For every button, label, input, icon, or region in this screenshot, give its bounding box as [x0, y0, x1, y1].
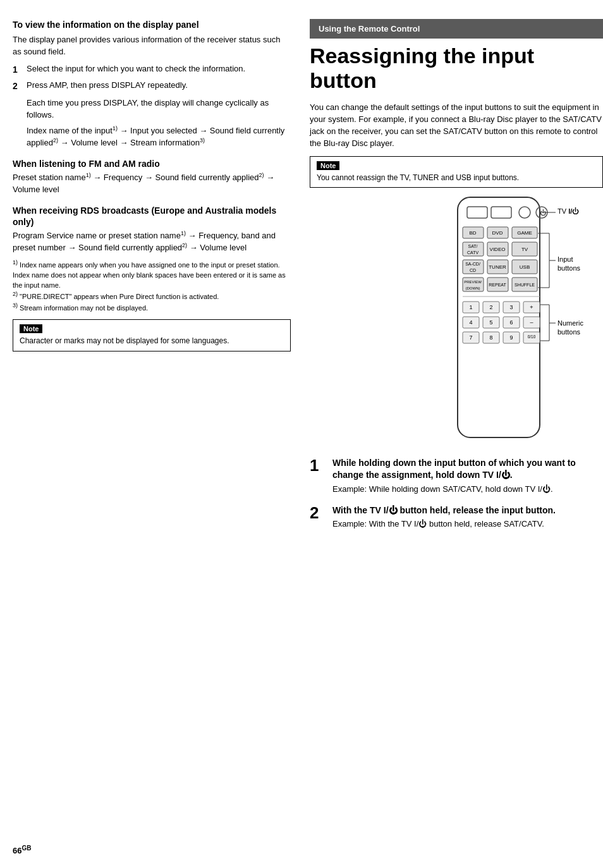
right-note-label: Note — [317, 161, 339, 170]
left-note-text: Character or marks may not be displayed … — [20, 336, 284, 346]
remote-svg: ⏻ BD DVD GAME SAT/ CATV VIDEO — [451, 194, 565, 447]
remote-wrapper: ⏻ BD DVD GAME SAT/ CATV VIDEO — [451, 194, 603, 447]
svg-text:DVD: DVD — [492, 230, 503, 236]
svg-text:–: – — [530, 319, 533, 326]
footnote-1: 1) Index name appears only when you have… — [13, 260, 291, 291]
svg-text:5: 5 — [489, 319, 492, 326]
left-main-heading: To view the information on the display p… — [13, 19, 291, 30]
footnotes: 1) Index name appears only when you have… — [13, 260, 291, 314]
svg-text:(DOWN): (DOWN) — [466, 286, 480, 290]
footnote-2: 2) "PURE.DIRECT" appears when Pure Direc… — [13, 292, 291, 302]
svg-text:TV: TV — [521, 247, 528, 252]
left-step-1: 1 Select the input for which you want to… — [13, 63, 291, 76]
left-step-2: 2 Press AMP, then press DISPLAY repeated… — [13, 80, 291, 92]
numeric-buttons-label: Numericbuttons — [557, 319, 583, 337]
svg-text:TUNER: TUNER — [489, 264, 506, 270]
page-number: 66GB — [13, 846, 31, 855]
right-step-2-num: 2 — [310, 504, 326, 521]
rds-text: Program Service name or preset station n… — [13, 230, 291, 254]
left-intro: The display panel provides various infor… — [13, 34, 291, 58]
svg-text:SAT/: SAT/ — [468, 244, 477, 248]
remote-illustration: ⏻ BD DVD GAME SAT/ CATV VIDEO — [310, 194, 603, 447]
svg-text:GAME: GAME — [517, 230, 532, 236]
svg-text:USB: USB — [520, 264, 530, 270]
svg-text:9: 9 — [509, 334, 513, 341]
svg-text:SHUFFLE: SHUFFLE — [515, 283, 535, 287]
svg-text:7: 7 — [469, 334, 472, 341]
main-title: Reassigning the input button — [310, 44, 603, 93]
svg-text:1: 1 — [469, 304, 472, 310]
svg-text:2: 2 — [489, 304, 492, 310]
tv-power-label: TV I/⏻ — [557, 207, 579, 216]
right-step-2-bold: With the TV I/⏻ button held, release the… — [332, 504, 603, 517]
svg-text:+: + — [530, 304, 533, 310]
svg-text:BD: BD — [469, 230, 476, 236]
left-note-box: Note Character or marks may not be displ… — [13, 319, 291, 351]
svg-text:SA-CD/: SA-CD/ — [465, 262, 480, 266]
svg-text:CD: CD — [470, 268, 476, 272]
right-step-1-bold: While holding down the input button of w… — [332, 457, 603, 481]
step-2-text: Press AMP, then press DISPLAY repeatedly… — [27, 80, 188, 92]
left-note-label: Note — [20, 324, 42, 333]
right-step-2-example: Example: With the TV I/⏻ button held, re… — [332, 518, 603, 530]
step-number-1: 1 — [13, 63, 23, 76]
svg-text:CATV: CATV — [467, 250, 478, 255]
right-step-1-content: While holding down the input button of w… — [332, 457, 603, 496]
right-step-2: 2 With the TV I/⏻ button held, release t… — [310, 504, 603, 531]
right-note-box: Note You cannot reassign the TV, TUNER a… — [310, 156, 603, 188]
svg-text:REPEAT: REPEAT — [489, 283, 506, 287]
svg-text:6: 6 — [509, 319, 513, 326]
svg-text:4: 4 — [469, 319, 472, 326]
svg-text:VIDEO: VIDEO — [490, 247, 506, 252]
right-column: Using the Remote Control Reassigning the… — [303, 19, 603, 849]
right-step-2-content: With the TV I/⏻ button held, release the… — [332, 504, 603, 531]
right-step-1: 1 While holding down the input button of… — [310, 457, 603, 496]
right-step-1-example: Example: While holding down SAT/CATV, ho… — [332, 484, 603, 496]
step-number-2: 2 — [13, 80, 23, 92]
using-banner: Using the Remote Control — [310, 19, 603, 39]
svg-point-3 — [519, 207, 530, 218]
rds-heading: When receiving RDS broadcasts (Europe an… — [13, 205, 291, 228]
step2-sub1: Each time you press DISPLAY, the display… — [27, 97, 291, 121]
footnote-3: 3) Stream information may not be display… — [13, 303, 291, 314]
svg-text:8: 8 — [489, 334, 492, 341]
right-step-1-num: 1 — [310, 457, 326, 474]
left-steps-list: 1 Select the input for which you want to… — [13, 63, 291, 93]
fm-text: Preset station name1) → Frequency → Soun… — [13, 172, 291, 196]
input-buttons-label: Inputbuttons — [557, 255, 580, 273]
svg-rect-1 — [467, 207, 487, 218]
step-1-text: Select the input for which you want to c… — [27, 63, 245, 76]
svg-text:PREVIEW: PREVIEW — [464, 280, 482, 284]
right-note-text: You cannot reassign the TV, TUNER and US… — [317, 173, 596, 183]
svg-text:0/10: 0/10 — [528, 334, 536, 339]
svg-text:3: 3 — [509, 304, 513, 310]
svg-rect-2 — [491, 207, 511, 218]
step2-sub2: Index name of the input1) → Input you se… — [27, 125, 291, 149]
right-intro: You can change the default settings of t… — [310, 102, 603, 149]
fm-heading: When listening to FM and AM radio — [13, 158, 291, 169]
left-column: To view the information on the display p… — [13, 19, 303, 849]
